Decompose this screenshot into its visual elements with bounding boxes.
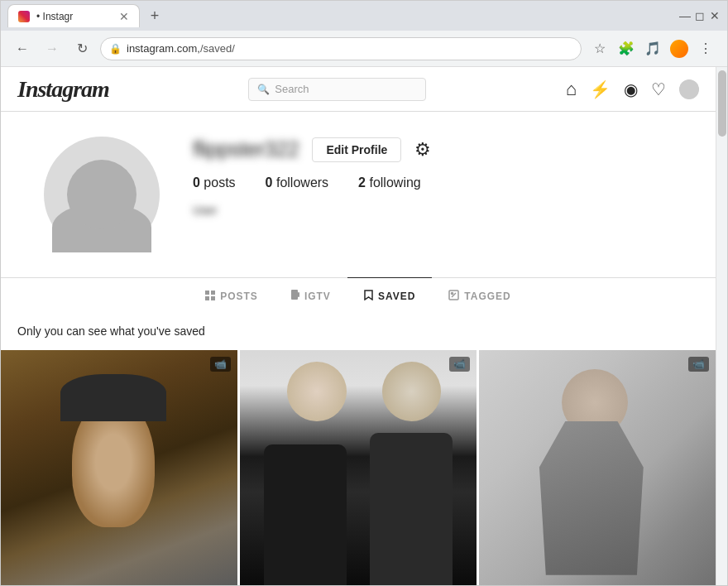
search-icon: 🔍 [257,84,270,95]
svg-rect-4 [291,290,298,300]
camera-video-icon-3: 📹 [692,358,705,370]
profile-top-row: flippster322 Edit Profile ⚙ [193,137,673,162]
saved-photo-1[interactable]: 📹 [1,350,237,585]
video-indicator-1: 📹 [210,357,231,372]
address-bar[interactable]: 🔒 instagram.com,/saved/ [100,37,582,60]
ssl-lock-icon: 🔒 [109,43,122,55]
scrollbar-thumb[interactable] [718,70,726,137]
tab-close-button[interactable]: ✕ [119,10,129,23]
tab-posts[interactable]: POSTS [189,277,275,315]
svg-rect-2 [205,296,209,300]
svg-rect-3 [211,296,215,300]
minimize-button[interactable]: — [679,10,691,22]
nav-right-icons: ☆ 🧩 🎵 ⋮ [588,37,717,60]
search-bar[interactable]: 🔍 Search [248,78,426,101]
reload-button[interactable]: ↻ [70,37,93,60]
star-button[interactable]: ☆ [588,37,611,60]
scrollbar[interactable] [716,67,727,585]
back-button[interactable]: ← [11,37,34,60]
tab-tagged[interactable]: TAGGED [432,277,527,315]
profile-button[interactable] [668,37,691,60]
instagram-nav-icons: ⌂ ⚡ ◉ ♡ [566,79,699,100]
saved-photo-2[interactable]: 📹 [240,350,477,585]
user-profile-indicator [670,40,688,58]
profile-info: flippster322 Edit Profile ⚙ 0 posts 0 fo… [193,137,673,217]
window-controls: — ◻ ✕ [679,10,721,22]
profile-username: flippster322 [193,137,299,162]
following-stat: 2 following [358,175,421,190]
extensions-button[interactable]: 🧩 [615,37,638,60]
compass-icon[interactable]: ◉ [624,79,638,99]
tab-igtv-label: IGTV [304,291,331,302]
posts-label: posts [204,175,235,190]
edit-profile-button[interactable]: Edit Profile [312,137,401,162]
nav-bar: ← → ↻ 🔒 instagram.com,/saved/ ☆ 🧩 🎵 ⋮ [1,31,727,67]
browser-frame: • Instagr ✕ + — ◻ ✕ ← → ↻ 🔒 instagram.co… [0,0,728,586]
photo-grid: 📹 📹 [1,348,716,585]
posts-count: 0 [193,175,200,190]
home-icon[interactable]: ⌂ [566,79,577,100]
title-bar: • Instagr ✕ + — ◻ ✕ [1,1,727,31]
direct-icon[interactable]: ⚡ [590,79,611,99]
followers-count: 0 [266,175,273,190]
followers-stat: 0 followers [266,175,329,190]
posts-stat: 0 posts [193,175,236,190]
close-button[interactable]: ✕ [709,10,721,22]
profile-tabs: POSTS IGTV SAVED [1,277,716,315]
svg-point-7 [452,293,453,295]
camera-video-icon-2: 📹 [453,358,466,370]
forward-button[interactable]: → [41,37,64,60]
saved-notice: Only you can see what you've saved [1,315,716,348]
svg-rect-0 [205,291,209,295]
igtv-icon [291,290,299,303]
followers-label: followers [276,175,328,190]
tab-posts-label: POSTS [220,291,258,302]
instagram-header: Instagram 🔍 Search ⌂ ⚡ ◉ ♡ [1,67,716,112]
menu-button[interactable]: ⋮ [694,37,717,60]
svg-rect-1 [211,291,215,295]
tab-saved-label: SAVED [378,291,415,302]
instagram-logo: Instagram [17,76,109,103]
tab-title: • Instagr [36,11,109,22]
maximize-button[interactable]: ◻ [694,10,706,22]
following-count: 2 [358,175,366,190]
tab-igtv[interactable]: IGTV [275,277,347,315]
browser-tab-active[interactable]: • Instagr ✕ [7,4,140,27]
profile-stats: 0 posts 0 followers 2 following [193,175,673,190]
new-tab-button[interactable]: + [143,4,166,27]
bookmark-icon [364,290,373,303]
svg-rect-5 [298,292,299,297]
heart-icon[interactable]: ♡ [651,79,666,99]
tag-icon [448,290,459,303]
tab-saved[interactable]: SAVED [347,277,432,315]
camera-video-icon: 📹 [214,358,227,370]
settings-icon[interactable]: ⚙ [414,139,431,161]
page-content: Instagram 🔍 Search ⌂ ⚡ ◉ ♡ [1,67,727,585]
grid-icon [205,290,215,303]
user-avatar-small[interactable] [679,79,699,99]
saved-photo-3[interactable]: 📹 [479,350,716,585]
tab-favicon-icon [18,11,30,22]
following-label: following [369,175,420,190]
tab-tagged-label: TAGGED [464,291,510,302]
media-button[interactable]: 🎵 [641,37,664,60]
video-indicator-2: 📹 [449,357,470,372]
profile-section: flippster322 Edit Profile ⚙ 0 posts 0 fo… [27,112,689,269]
url-text: instagram.com,/saved/ [127,42,572,55]
profile-avatar [44,137,160,252]
profile-bio: User [193,204,673,217]
page-inner: Instagram 🔍 Search ⌂ ⚡ ◉ ♡ [1,67,716,585]
video-indicator-3: 📹 [688,357,709,372]
search-placeholder: Search [275,83,309,95]
